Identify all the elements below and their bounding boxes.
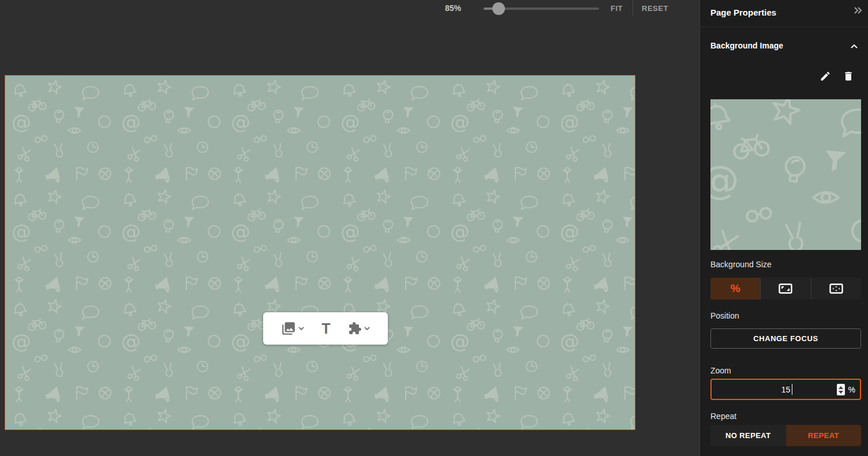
zoom-label: Zoom bbox=[710, 366, 731, 375]
background-size-segmented-control: % bbox=[710, 278, 861, 300]
size-original-button[interactable] bbox=[760, 278, 810, 300]
panel-header: Page Properties bbox=[701, 0, 868, 27]
add-addon-button[interactable] bbox=[348, 322, 370, 335]
background-size-label: Background Size bbox=[710, 260, 772, 269]
chevron-up-icon bbox=[851, 44, 858, 48]
spinner-up-icon[interactable] bbox=[839, 386, 843, 389]
trash-icon bbox=[843, 70, 854, 82]
spinner-down-icon[interactable] bbox=[839, 391, 843, 394]
number-spinner[interactable] bbox=[837, 384, 845, 395]
zoom-unit: % bbox=[848, 385, 855, 394]
zoom-input-field: % bbox=[710, 379, 861, 400]
position-label: Position bbox=[710, 311, 739, 320]
page-canvas[interactable]: T bbox=[5, 75, 635, 430]
add-text-button[interactable]: T bbox=[321, 322, 330, 336]
chevron-down-icon bbox=[364, 327, 370, 330]
change-focus-button[interactable]: CHANGE FOCUS bbox=[710, 328, 861, 349]
slider-handle[interactable] bbox=[492, 2, 505, 15]
collapse-section-button[interactable] bbox=[850, 42, 859, 50]
original-size-icon bbox=[779, 283, 792, 294]
background-image-section-title: Background Image bbox=[710, 41, 783, 50]
cover-size-icon bbox=[829, 283, 843, 294]
text-caret bbox=[792, 384, 792, 395]
fit-button[interactable]: FIT bbox=[606, 3, 627, 14]
image-stack-icon bbox=[281, 321, 296, 336]
repeat-label: Repeat bbox=[710, 412, 736, 421]
canvas-zoom-toolbar: 85% FIT RESET bbox=[0, 0, 700, 17]
text-icon: T bbox=[321, 322, 330, 336]
double-chevron-right-icon bbox=[854, 6, 863, 14]
percent-icon: % bbox=[731, 282, 740, 295]
background-image-preview bbox=[710, 99, 861, 250]
reset-button[interactable]: RESET bbox=[637, 3, 673, 14]
add-content-toolbar: T bbox=[263, 312, 388, 345]
pencil-icon bbox=[820, 70, 831, 82]
delete-image-button[interactable] bbox=[843, 70, 854, 82]
edit-image-button[interactable] bbox=[820, 70, 831, 82]
preview-pattern bbox=[710, 99, 861, 250]
panel-title: Page Properties bbox=[710, 8, 776, 17]
no-repeat-button[interactable]: NO REPEAT bbox=[710, 425, 786, 446]
canvas-zoom-percent: 85% bbox=[445, 3, 461, 13]
chevron-down-icon bbox=[298, 327, 304, 330]
repeat-segmented-control: NO REPEAT REPEAT bbox=[710, 425, 861, 446]
size-percent-button[interactable]: % bbox=[710, 278, 760, 300]
collapse-panel-button[interactable] bbox=[852, 4, 865, 17]
canvas-zoom-slider[interactable] bbox=[484, 2, 599, 15]
repeat-button[interactable]: REPEAT bbox=[786, 425, 862, 446]
canvas-background-pattern bbox=[5, 76, 635, 430]
toolbar-divider bbox=[633, 0, 633, 16]
puzzle-piece-icon bbox=[348, 322, 362, 335]
page-properties-panel: Page Properties Background Image bbox=[701, 0, 868, 456]
background-image-actions bbox=[820, 70, 854, 82]
size-cover-button[interactable] bbox=[811, 278, 861, 300]
add-image-button[interactable] bbox=[281, 321, 304, 336]
